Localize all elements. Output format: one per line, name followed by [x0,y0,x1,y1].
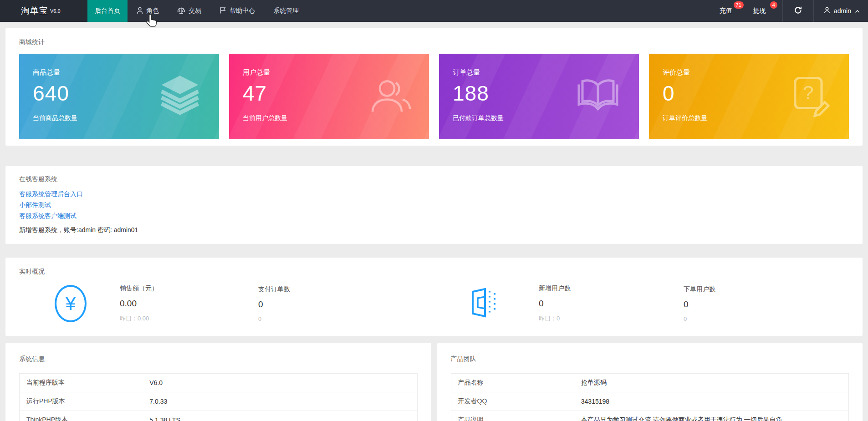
top-navbar: 淘单宝 V6.0 后台首页 角色 交易 帮助中心 系统管理 [0,0,868,22]
system-info-panel: 系统信息 当前程序版本 V6.0 运行PHP版本 7.0.33 ThinkPHP… [5,343,431,421]
bottom-panels-row: 系统信息 当前程序版本 V6.0 运行PHP版本 7.0.33 ThinkPHP… [5,343,863,421]
service-admin-entry-link[interactable]: 客服系统管理后台入口 [19,190,83,198]
nav-item-system-admin[interactable]: 系统管理 [264,0,308,22]
username: admin [834,7,851,15]
document-question-icon: ? [790,75,832,119]
withdraw-button[interactable]: 提现 4 [749,0,771,22]
navbar-right: 充值 71 提现 4 admin [715,0,868,22]
stat-card-products: 商品总量 640 当前商品总数量 [19,54,219,139]
chevron-up-icon [855,7,860,15]
user-menu[interactable]: admin [814,0,868,22]
mall-statistics-panel: 商城统计 商品总量 640 当前商品总数量 用户总量 47 当前用户总数量 订单… [5,28,863,146]
refresh-button[interactable] [783,0,813,22]
product-team-panel: 产品团队 产品名称 抢单源码 开发者QQ 34315198 产品说明 本产品只为… [437,343,863,421]
table-row: 产品说明 本产品只为学习测试交流,请勿要做商业或者用于违法行为,一切后果自负 [451,411,849,421]
realtime-stat-sales: 销售额（元） 0.00 昨日：0.00 [87,284,225,323]
app-logo-text: 淘单宝 [21,5,48,17]
layers-icon [158,74,202,119]
table-row: 产品名称 抢单源码 [451,374,849,392]
app-logo: 淘单宝 V6.0 [0,0,87,22]
panel-title: 商城统计 [19,38,849,46]
refresh-icon [794,6,802,16]
nav-item-help-center[interactable]: 帮助中心 [210,0,264,22]
page-content: 商城统计 商品总量 640 当前商品总数量 用户总量 47 当前用户总数量 订单… [0,22,868,421]
table-row: 开发者QQ 34315198 [451,392,849,411]
system-info-table: 当前程序版本 V6.0 运行PHP版本 7.0.33 ThinkPHP版本 5.… [19,373,418,421]
realtime-overview-panel: 实时概况 ¥ 销售额（元） 0.00 昨日：0.00 支付订单数 0 0 新增用… [5,258,863,336]
stat-card-reviews: 评价总量 0 订单评价总数量 ? [649,54,849,139]
nav-item-roles[interactable]: 角色 [128,0,168,22]
open-book-icon [574,76,622,117]
scales-icon [177,7,185,15]
panel-title: 实时概况 [19,268,849,276]
table-row: 当前程序版本 V6.0 [20,374,418,392]
customer-service-panel: 在线客服系统 客服系统管理后台入口 小部件测试 客服系统客户端测试 新增客服系统… [5,166,863,244]
stat-card-users: 用户总量 47 当前用户总数量 [229,54,429,139]
main-menu: 后台首页 角色 交易 帮助中心 系统管理 [87,0,308,22]
stat-cards: 商品总量 640 当前商品总数量 用户总量 47 当前用户总数量 订单总量 18… [19,54,849,139]
realtime-stat-ordering-users: 下单用户数 0 0 [644,285,789,322]
nav-item-dashboard[interactable]: 后台首页 [87,0,128,22]
realtime-stats-row: ¥ 销售额（元） 0.00 昨日：0.00 支付订单数 0 0 新增用户数 0 … [19,285,849,322]
building-icon [469,286,499,322]
service-client-test-link[interactable]: 客服系统客户端测试 [19,212,77,220]
recharge-badge: 71 [734,1,744,9]
realtime-stat-new-users: 新增用户数 0 昨日：0 [499,284,644,323]
panel-title: 系统信息 [19,355,418,363]
stat-card-label: 订单总量 [453,68,639,77]
recharge-button[interactable]: 充值 71 [715,0,737,22]
widget-test-link[interactable]: 小部件测试 [19,201,51,209]
yen-circle-icon: ¥ [55,285,87,322]
app-version: V6.0 [50,8,61,14]
product-team-table: 产品名称 抢单源码 开发者QQ 34315198 产品说明 本产品只为学习测试交… [451,373,849,421]
service-credentials-note: 新增客服系统，账号:admin 密码: admin01 [19,226,849,234]
withdraw-badge: 4 [770,1,777,9]
users-icon [370,76,412,117]
nav-item-trade[interactable]: 交易 [168,0,210,22]
person-icon [137,7,143,15]
panel-title: 在线客服系统 [19,175,849,183]
realtime-stat-paid-orders: 支付订单数 0 0 [225,285,363,322]
panel-title: 产品团队 [451,355,849,363]
user-icon [824,7,830,15]
stat-card-label: 用户总量 [243,68,429,77]
svg-text:?: ? [803,82,813,103]
table-row: 运行PHP版本 7.0.33 [20,392,418,411]
stat-card-orders: 订单总量 188 已付款订单总数量 [439,54,639,139]
flag-icon [220,7,226,15]
table-row: ThinkPHP版本 5.1.38 LTS [20,411,418,421]
